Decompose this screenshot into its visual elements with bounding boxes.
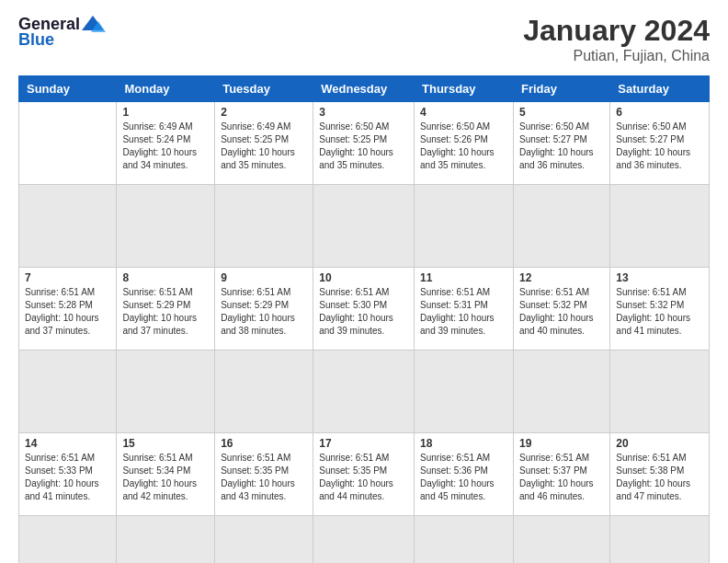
- day-info: Sunrise: 6:51 AMSunset: 5:35 PMDaylight:…: [319, 452, 408, 503]
- day-number: 13: [616, 271, 703, 284]
- calendar-cell: 5Sunrise: 6:50 AMSunset: 5:27 PMDaylight…: [513, 102, 609, 185]
- week-divider: [19, 516, 710, 564]
- calendar-cell: 12Sunrise: 6:51 AMSunset: 5:32 PMDayligh…: [513, 268, 609, 350]
- day-info: Sunrise: 6:51 AMSunset: 5:31 PMDaylight:…: [420, 286, 507, 338]
- calendar-cell: 11Sunrise: 6:51 AMSunset: 5:31 PMDayligh…: [415, 268, 514, 350]
- day-info: Sunrise: 6:51 AMSunset: 5:36 PMDaylight:…: [420, 452, 507, 503]
- day-info: Sunrise: 6:50 AMSunset: 5:27 PMDaylight:…: [519, 121, 604, 172]
- day-number: 11: [420, 271, 507, 284]
- day-info: Sunrise: 6:51 AMSunset: 5:35 PMDaylight:…: [221, 452, 307, 503]
- week-divider: [19, 350, 710, 433]
- day-info: Sunrise: 6:50 AMSunset: 5:26 PMDaylight:…: [420, 121, 507, 172]
- header-sunday: Sunday: [19, 76, 117, 102]
- calendar-cell: 15Sunrise: 6:51 AMSunset: 5:34 PMDayligh…: [117, 433, 215, 516]
- calendar-cell: 10Sunrise: 6:51 AMSunset: 5:30 PMDayligh…: [313, 268, 415, 350]
- day-info: Sunrise: 6:49 AMSunset: 5:25 PMDaylight:…: [221, 121, 307, 172]
- day-number: 5: [519, 106, 604, 119]
- table-row: 7Sunrise: 6:51 AMSunset: 5:28 PMDaylight…: [19, 268, 710, 350]
- calendar-cell: 6Sunrise: 6:50 AMSunset: 5:27 PMDaylight…: [610, 102, 710, 185]
- day-info: Sunrise: 6:49 AMSunset: 5:24 PMDaylight:…: [122, 121, 209, 172]
- day-info: Sunrise: 6:51 AMSunset: 5:38 PMDaylight:…: [616, 452, 703, 503]
- page: General Blue January 2024 Putian, Fujian…: [0, 0, 728, 563]
- header-saturday: Saturday: [610, 76, 710, 102]
- day-number: 18: [420, 437, 507, 450]
- calendar-cell: 7Sunrise: 6:51 AMSunset: 5:28 PMDaylight…: [19, 268, 117, 350]
- day-info: Sunrise: 6:50 AMSunset: 5:27 PMDaylight:…: [616, 121, 703, 172]
- calendar-cell: 20Sunrise: 6:51 AMSunset: 5:38 PMDayligh…: [610, 433, 710, 516]
- day-info: Sunrise: 6:51 AMSunset: 5:29 PMDaylight:…: [221, 286, 307, 338]
- day-info: Sunrise: 6:51 AMSunset: 5:29 PMDaylight:…: [122, 286, 209, 338]
- calendar-cell: [19, 102, 117, 185]
- day-number: 16: [221, 437, 307, 450]
- calendar-cell: 3Sunrise: 6:50 AMSunset: 5:25 PMDaylight…: [313, 102, 415, 185]
- calendar-subtitle: Putian, Fujian, China: [523, 48, 710, 64]
- calendar-cell: 18Sunrise: 6:51 AMSunset: 5:36 PMDayligh…: [415, 433, 514, 516]
- day-number: 2: [221, 106, 307, 119]
- week-divider: [19, 185, 710, 268]
- day-number: 14: [25, 437, 110, 450]
- header-tuesday: Tuesday: [215, 76, 313, 102]
- calendar-cell: 16Sunrise: 6:51 AMSunset: 5:35 PMDayligh…: [215, 433, 313, 516]
- calendar-cell: 13Sunrise: 6:51 AMSunset: 5:32 PMDayligh…: [610, 268, 710, 350]
- header-row: Sunday Monday Tuesday Wednesday Thursday…: [19, 76, 710, 102]
- day-number: 7: [25, 271, 110, 284]
- day-info: Sunrise: 6:51 AMSunset: 5:28 PMDaylight:…: [25, 286, 110, 338]
- day-info: Sunrise: 6:51 AMSunset: 5:34 PMDaylight:…: [122, 452, 209, 503]
- day-info: Sunrise: 6:50 AMSunset: 5:25 PMDaylight:…: [319, 121, 408, 172]
- day-number: 6: [616, 106, 703, 119]
- day-number: 4: [420, 106, 507, 119]
- logo: General Blue: [18, 14, 106, 50]
- calendar-cell: 1Sunrise: 6:49 AMSunset: 5:24 PMDaylight…: [117, 102, 215, 185]
- calendar-cell: 14Sunrise: 6:51 AMSunset: 5:33 PMDayligh…: [19, 433, 117, 516]
- day-number: 3: [319, 106, 408, 119]
- calendar-cell: 9Sunrise: 6:51 AMSunset: 5:29 PMDaylight…: [215, 268, 313, 350]
- calendar-cell: 2Sunrise: 6:49 AMSunset: 5:25 PMDaylight…: [215, 102, 313, 185]
- day-info: Sunrise: 6:51 AMSunset: 5:30 PMDaylight:…: [319, 286, 408, 338]
- table-row: 1Sunrise: 6:49 AMSunset: 5:24 PMDaylight…: [19, 102, 710, 185]
- calendar-table: Sunday Monday Tuesday Wednesday Thursday…: [18, 75, 710, 563]
- day-info: Sunrise: 6:51 AMSunset: 5:32 PMDaylight:…: [616, 286, 703, 338]
- day-number: 17: [319, 437, 408, 450]
- day-number: 10: [319, 271, 408, 284]
- day-number: 19: [519, 437, 604, 450]
- day-number: 20: [616, 437, 703, 450]
- logo-blue: Blue: [18, 30, 106, 50]
- header-wednesday: Wednesday: [313, 76, 415, 102]
- calendar-cell: 8Sunrise: 6:51 AMSunset: 5:29 PMDaylight…: [117, 268, 215, 350]
- title-section: January 2024 Putian, Fujian, China: [523, 14, 710, 64]
- header: General Blue January 2024 Putian, Fujian…: [18, 14, 710, 64]
- day-info: Sunrise: 6:51 AMSunset: 5:32 PMDaylight:…: [519, 286, 604, 338]
- day-info: Sunrise: 6:51 AMSunset: 5:37 PMDaylight:…: [519, 452, 604, 503]
- day-number: 15: [122, 437, 209, 450]
- day-number: 8: [122, 271, 209, 284]
- calendar-cell: 19Sunrise: 6:51 AMSunset: 5:37 PMDayligh…: [513, 433, 609, 516]
- header-friday: Friday: [513, 76, 609, 102]
- calendar-cell: 17Sunrise: 6:51 AMSunset: 5:35 PMDayligh…: [313, 433, 415, 516]
- day-number: 12: [519, 271, 604, 284]
- day-info: Sunrise: 6:51 AMSunset: 5:33 PMDaylight:…: [25, 452, 110, 503]
- calendar-cell: 4Sunrise: 6:50 AMSunset: 5:26 PMDaylight…: [415, 102, 514, 185]
- day-number: 9: [221, 271, 307, 284]
- header-monday: Monday: [117, 76, 215, 102]
- calendar-title: January 2024: [523, 14, 710, 48]
- header-thursday: Thursday: [415, 76, 514, 102]
- table-row: 14Sunrise: 6:51 AMSunset: 5:33 PMDayligh…: [19, 433, 710, 516]
- day-number: 1: [122, 106, 209, 119]
